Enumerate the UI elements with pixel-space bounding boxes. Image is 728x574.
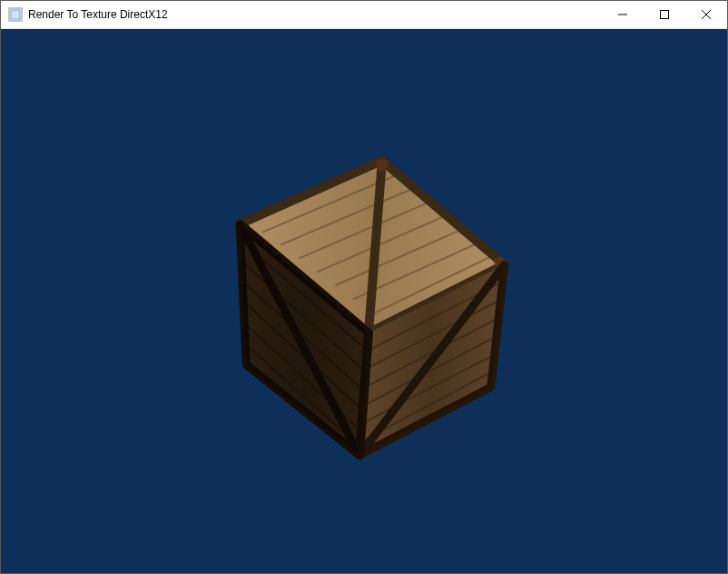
svg-rect-3 bbox=[661, 11, 669, 19]
window-title: Render To Texture DirectX12 bbox=[28, 1, 602, 29]
maximize-button[interactable] bbox=[644, 1, 685, 28]
app-icon bbox=[8, 7, 23, 22]
svg-rect-1 bbox=[11, 10, 20, 19]
close-icon bbox=[702, 10, 711, 19]
wooden-crate-cube bbox=[1, 29, 727, 573]
maximize-icon bbox=[660, 10, 669, 19]
minimize-icon bbox=[618, 10, 627, 19]
close-button[interactable] bbox=[685, 1, 727, 28]
window-controls bbox=[602, 1, 727, 28]
render-viewport[interactable] bbox=[1, 29, 727, 573]
minimize-button[interactable] bbox=[602, 1, 644, 28]
svg-point-15 bbox=[376, 159, 389, 172]
titlebar[interactable]: Render To Texture DirectX12 bbox=[1, 1, 727, 29]
